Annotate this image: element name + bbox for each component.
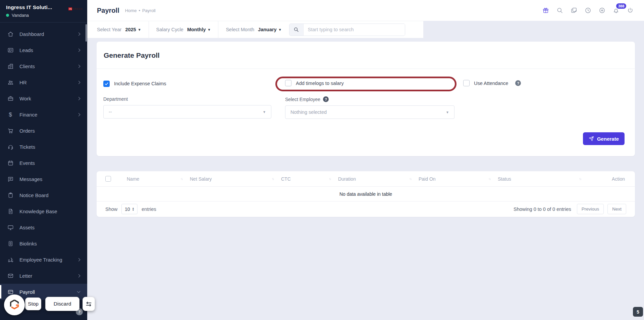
- sidebar-item-employee-tracking[interactable]: Employee Tracking: [0, 252, 87, 268]
- biolinks-icon: [7, 240, 14, 247]
- hr-icon: [7, 79, 14, 86]
- sidebar-item-finance[interactable]: $Finance: [0, 106, 87, 123]
- select-all-checkbox[interactable]: [105, 176, 111, 182]
- stepper-icon: ▲▼: [132, 207, 135, 211]
- sidebar-item-letter[interactable]: Letter: [0, 268, 87, 284]
- column-header-ctc[interactable]: CTC↑↓: [281, 176, 338, 182]
- department-label: Department: [103, 96, 285, 102]
- plus-circle-icon[interactable]: [596, 5, 608, 16]
- power-icon[interactable]: [625, 5, 636, 16]
- column-header-duration[interactable]: Duration↑↓: [338, 176, 419, 182]
- month-dropdown[interactable]: January▼: [258, 27, 282, 32]
- sidebar-item-hr[interactable]: HR: [0, 74, 87, 90]
- select-month-label: Select Month: [226, 27, 254, 32]
- show-label: Show: [105, 207, 117, 212]
- department-select[interactable]: -- ▼: [103, 105, 271, 119]
- sidebar-scrollbar[interactable]: [86, 24, 87, 42]
- user-name: Vandana: [12, 13, 29, 18]
- caret-down-icon: ▼: [278, 28, 282, 32]
- page-size-select[interactable]: 10 ▲▼: [121, 204, 138, 214]
- tickets-icon: [7, 143, 14, 150]
- help-icon[interactable]: ?: [323, 96, 329, 102]
- swap-button[interactable]: [83, 297, 95, 311]
- agent-logo-bubble[interactable]: [4, 294, 25, 315]
- sort-icon[interactable]: ↑↓: [329, 177, 331, 181]
- clients-icon: [7, 63, 14, 70]
- checkbox-unchecked[interactable]: [463, 80, 470, 86]
- chevron-right-icon: [77, 274, 80, 277]
- column-header-net-salary[interactable]: Net Salary↑↓: [190, 176, 281, 182]
- caret-down-icon: ▼: [208, 28, 211, 32]
- column-header-action: Action: [588, 176, 635, 182]
- sort-icon[interactable]: ↑↓: [272, 177, 274, 181]
- search-icon[interactable]: [554, 5, 566, 16]
- select-employee-label: Select Employee ?: [285, 96, 473, 102]
- search-input[interactable]: [304, 24, 405, 36]
- chevron-down-icon: [77, 290, 80, 293]
- home-icon: [7, 31, 14, 37]
- sidebar-item-assets[interactable]: Assets: [0, 219, 87, 235]
- column-header-status[interactable]: Status↑↓: [498, 176, 588, 182]
- column-header-paid-on[interactable]: Paid On↑↓: [419, 176, 498, 182]
- gift-icon[interactable]: [540, 5, 551, 16]
- finance-icon: $: [7, 111, 14, 118]
- sidebar-item-notice-board[interactable]: Notice Board: [0, 187, 87, 203]
- sidebar-item-messages[interactable]: Messages: [0, 171, 87, 187]
- breadcrumb-current: Payroll: [142, 8, 156, 13]
- generate-button[interactable]: Generate: [583, 132, 625, 145]
- notice-board-icon: [7, 192, 14, 198]
- sidebar-item-orders[interactable]: Orders: [0, 123, 87, 139]
- work-icon: [7, 95, 14, 102]
- sidebar-item-biolinks[interactable]: Biolinks: [0, 235, 87, 252]
- knowledge-base-icon: [7, 208, 14, 215]
- sidebar-item-clients[interactable]: Clients: [0, 58, 87, 74]
- sidebar-menu: DashboardLeadsClientsHRWork$FinanceOrder…: [0, 22, 87, 300]
- sort-icon[interactable]: ↑↓: [180, 177, 182, 181]
- previous-page-button[interactable]: Previous: [577, 204, 604, 214]
- divider: [218, 21, 218, 38]
- online-status-dot: [6, 14, 9, 17]
- sidebar-item-tickets[interactable]: Tickets: [0, 139, 87, 155]
- chevron-right-icon: [77, 258, 80, 261]
- sidebar-item-events[interactable]: Events: [0, 155, 87, 171]
- messages-icon: [7, 176, 14, 182]
- next-page-button[interactable]: Next: [607, 204, 626, 214]
- column-header-name[interactable]: Name↑↓: [127, 176, 190, 182]
- chevron-right-icon: [77, 48, 80, 52]
- sidebar-item-work[interactable]: Work: [0, 90, 87, 106]
- caret-down-icon: ▼: [263, 110, 266, 114]
- orders-icon: [7, 127, 14, 134]
- notes-icon[interactable]: [568, 5, 580, 16]
- stop-button[interactable]: Stop: [25, 298, 41, 310]
- sort-icon[interactable]: ↑↓: [409, 177, 411, 181]
- sort-icon[interactable]: ↑↓: [488, 177, 490, 181]
- employee-select[interactable]: Nothing selected ▼: [285, 105, 454, 119]
- help-icon[interactable]: ?: [515, 80, 521, 86]
- checkbox-unchecked[interactable]: [285, 80, 291, 86]
- salary-cycle-dropdown[interactable]: Monthly▼: [187, 27, 211, 32]
- entries-summary: Showing 0 to 0 of 0 entries: [514, 207, 571, 212]
- search-icon: [289, 24, 304, 36]
- add-timelogs-to-salary-checkbox[interactable]: Add timelogs to salary: [285, 80, 344, 86]
- include-expense-claims-checkbox[interactable]: Include Expense Claims: [103, 81, 166, 87]
- sort-icon[interactable]: ↑↓: [579, 177, 581, 181]
- use-attendance-checkbox[interactable]: Use Attendance ?: [463, 80, 521, 86]
- send-icon: [589, 136, 594, 141]
- sidebar-item-knowledge-base[interactable]: Knowledge Base: [0, 203, 87, 219]
- chevron-right-icon: [77, 113, 80, 116]
- entries-label: entries: [142, 207, 156, 212]
- bell-icon[interactable]: 388: [610, 5, 622, 16]
- generate-payroll-card: Generate Payroll Include Expense Claims …: [97, 42, 635, 156]
- year-dropdown[interactable]: 2025▼: [125, 27, 141, 32]
- filter-bar: Select Year 2025▼ Salary Cycle Monthly▼ …: [87, 21, 423, 38]
- discard-button[interactable]: Discard: [45, 297, 79, 311]
- top-bar: Payroll Home • Payroll 388: [87, 0, 644, 21]
- sidebar-header: Ingress IT Soluti... Vandana INGRESS: [0, 0, 87, 22]
- clock-icon[interactable]: [582, 5, 594, 16]
- sidebar-item-dashboard[interactable]: Dashboard: [0, 26, 87, 42]
- leads-icon: [7, 47, 14, 53]
- breadcrumb-home[interactable]: Home: [125, 8, 137, 13]
- caret-down-icon: ▼: [138, 28, 141, 32]
- sidebar-item-leads[interactable]: Leads: [0, 42, 87, 58]
- checkbox-checked[interactable]: [103, 81, 110, 87]
